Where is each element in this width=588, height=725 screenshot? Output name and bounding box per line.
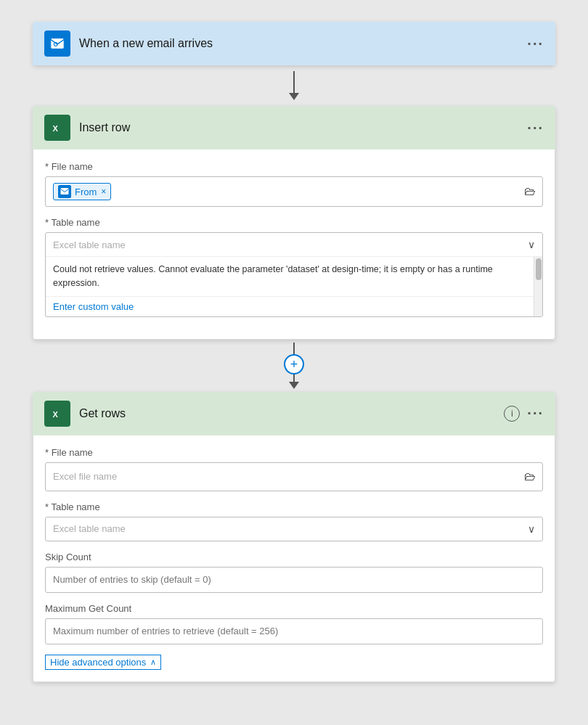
hide-advanced-wrapper: Hide advanced options ∧	[45, 655, 543, 670]
get-rows-skip-count-group: Skip Count	[45, 552, 543, 593]
insert-table-placeholder: Excel table name	[53, 239, 126, 250]
connector-line-1	[293, 71, 295, 93]
insert-file-name-label: * File name	[45, 161, 543, 172]
get-rows-file-name-wrapper: Excel file name 🗁	[45, 462, 543, 491]
connector-arrow-1	[289, 93, 299, 100]
insert-file-folder-button[interactable]: 🗁	[524, 185, 536, 198]
caret-up-icon: ∧	[150, 658, 156, 667]
svg-text:X: X	[53, 409, 59, 418]
get-rows-file-placeholder: Excel file name	[53, 471, 117, 482]
insert-table-dropdown-header[interactable]: Excel table name ∨	[46, 233, 542, 257]
insert-table-error-message: Could not retrieve values. Cannot evalua…	[46, 257, 534, 297]
get-rows-max-count-label: Maximum Get Count	[45, 603, 543, 614]
get-rows-menu-button[interactable]: ···	[527, 405, 544, 422]
get-rows-table-name-label: * Table name	[45, 501, 543, 512]
insert-row-title: Insert row	[79, 121, 527, 134]
from-token[interactable]: From ×	[53, 183, 111, 200]
token-label: From	[75, 187, 97, 197]
outlook-icon: O	[44, 30, 70, 57]
get-rows-info-button[interactable]: i	[504, 406, 520, 422]
trigger-menu-button[interactable]: ···	[527, 36, 544, 52]
insert-table-custom-link-wrapper: Enter custom value	[46, 297, 534, 316]
get-rows-table-chevron: ∨	[528, 523, 535, 535]
insert-table-scrollbar-thumb	[536, 258, 542, 280]
insert-file-name-input[interactable]: From ×	[45, 176, 543, 207]
insert-row-card: X Insert row ··· * File name	[33, 106, 555, 340]
get-rows-table-placeholder: Excel table name	[53, 523, 126, 534]
get-rows-file-name-group: * File name Excel file name 🗁	[45, 447, 543, 491]
insert-table-name-group: * Table name Excel table name ∨ Could no…	[45, 217, 543, 317]
get-rows-max-count-group: Maximum Get Count	[45, 603, 543, 644]
insert-table-error-content: Could not retrieve values. Cannot evalua…	[46, 257, 534, 316]
trigger-card: O When a new email arrives ···	[33, 22, 555, 65]
add-step-button[interactable]: +	[284, 354, 304, 374]
insert-table-dropdown[interactable]: Excel table name ∨ Could not retrieve va…	[45, 232, 543, 317]
hide-advanced-button[interactable]: Hide advanced options ∧	[45, 655, 161, 670]
info-icon-symbol: i	[511, 408, 513, 419]
connector-1	[289, 65, 299, 106]
insert-table-custom-link[interactable]: Enter custom value	[53, 301, 134, 312]
svg-rect-5	[61, 188, 69, 194]
excel-icon-insert: X	[44, 115, 70, 141]
trigger-header: O When a new email arrives ···	[33, 22, 555, 65]
hide-advanced-label: Hide advanced options	[50, 657, 146, 668]
get-rows-file-name-input[interactable]: Excel file name	[45, 462, 543, 491]
insert-table-name-label: * Table name	[45, 217, 543, 228]
svg-text:X: X	[53, 124, 59, 133]
get-rows-table-name-group: * Table name Excel table name ∨	[45, 501, 543, 541]
get-rows-max-count-input[interactable]	[45, 618, 543, 644]
token-close-button[interactable]: ×	[101, 187, 106, 197]
insert-row-body: * File name From ×	[33, 149, 555, 340]
excel-icon-getrows: X	[44, 401, 70, 427]
insert-file-name-wrapper: From × 🗁	[45, 176, 543, 207]
insert-row-menu-button[interactable]: ···	[527, 120, 544, 136]
get-rows-table-dropdown[interactable]: Excel table name ∨	[45, 517, 543, 541]
token-outlook-icon	[58, 185, 71, 198]
insert-row-header: X Insert row ···	[33, 106, 555, 149]
plus-icon: +	[290, 358, 298, 371]
get-rows-skip-count-label: Skip Count	[45, 552, 543, 562]
folder-icon-insert-file: 🗁	[524, 185, 536, 197]
insert-table-scrollbar[interactable]	[534, 257, 542, 316]
get-rows-header: X Get rows i ···	[33, 392, 555, 435]
trigger-title: When a new email arrives	[79, 37, 527, 50]
svg-text:O: O	[54, 41, 59, 48]
plus-line-bottom	[293, 374, 295, 382]
get-rows-table-dropdown-header[interactable]: Excel table name ∨	[46, 517, 542, 541]
insert-file-name-group: * File name From ×	[45, 161, 543, 207]
plus-arrow-bottom	[289, 382, 299, 389]
plus-line-top	[293, 343, 295, 354]
get-rows-file-name-label: * File name	[45, 447, 543, 458]
get-rows-card: X Get rows i ··· * File name Excel file …	[33, 392, 555, 682]
insert-table-chevron: ∨	[528, 239, 535, 250]
get-rows-title: Get rows	[79, 407, 504, 420]
get-rows-file-folder-button[interactable]: 🗁	[524, 470, 536, 483]
get-rows-skip-count-input[interactable]	[45, 567, 543, 593]
insert-table-error-wrapper: Could not retrieve values. Cannot evalua…	[46, 257, 542, 316]
get-rows-body: * File name Excel file name 🗁 * Table na…	[33, 435, 555, 682]
plus-connector: +	[284, 340, 304, 392]
folder-icon-getrows-file: 🗁	[524, 470, 536, 483]
